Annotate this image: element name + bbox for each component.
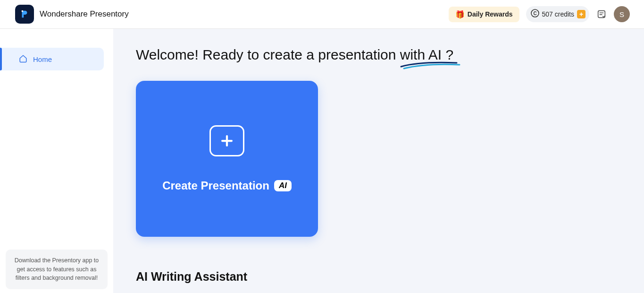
sidebar-item-label: Home [33, 55, 52, 63]
rewards-label: Daily Rewards [468, 10, 513, 18]
app-logo-icon [15, 5, 34, 24]
credits-value: 507 credits [542, 10, 574, 18]
create-presentation-card[interactable]: Create Presentation AI [136, 81, 318, 237]
sidebar: Home Download the Presentory app to get … [0, 29, 113, 293]
svg-point-0 [22, 10, 24, 12]
avatar-initial: S [619, 10, 624, 18]
credits-button[interactable]: C 507 credits + [526, 6, 589, 22]
promo-text: Download the Presentory app to get acces… [15, 257, 99, 282]
user-avatar[interactable]: S [614, 6, 630, 22]
plus-icon [209, 125, 244, 156]
header-actions: 🎁 Daily Rewards C 507 credits + S [449, 6, 630, 22]
section-heading-ai-writing: AI Writing Assistant [136, 270, 621, 284]
main-content: Welcome! Ready to create a presentation … [113, 29, 644, 293]
sidebar-item-home[interactable]: Home [0, 48, 104, 70]
ai-badge: AI [274, 180, 292, 191]
daily-rewards-button[interactable]: 🎁 Daily Rewards [449, 7, 519, 22]
brand[interactable]: Wondershare Presentory [15, 5, 129, 24]
create-label: Create Presentation [162, 179, 269, 192]
notes-button[interactable] [596, 9, 607, 20]
create-label-row: Create Presentation AI [162, 179, 292, 192]
credit-coin-icon: C [531, 9, 539, 19]
brand-name: Wondershare Presentory [40, 9, 129, 19]
add-credits-icon[interactable]: + [577, 10, 585, 18]
download-promo[interactable]: Download the Presentory app to get acces… [6, 250, 108, 289]
home-icon [19, 54, 27, 64]
welcome-prefix: Welcome! Ready to create a presentation [136, 47, 400, 62]
scribble-underline-icon [400, 60, 461, 70]
app-header: Wondershare Presentory 🎁 Daily Rewards C… [0, 0, 644, 29]
welcome-heading: Welcome! Ready to create a presentation … [136, 47, 453, 63]
svg-text:C: C [533, 11, 536, 16]
gift-icon: 🎁 [455, 10, 465, 19]
